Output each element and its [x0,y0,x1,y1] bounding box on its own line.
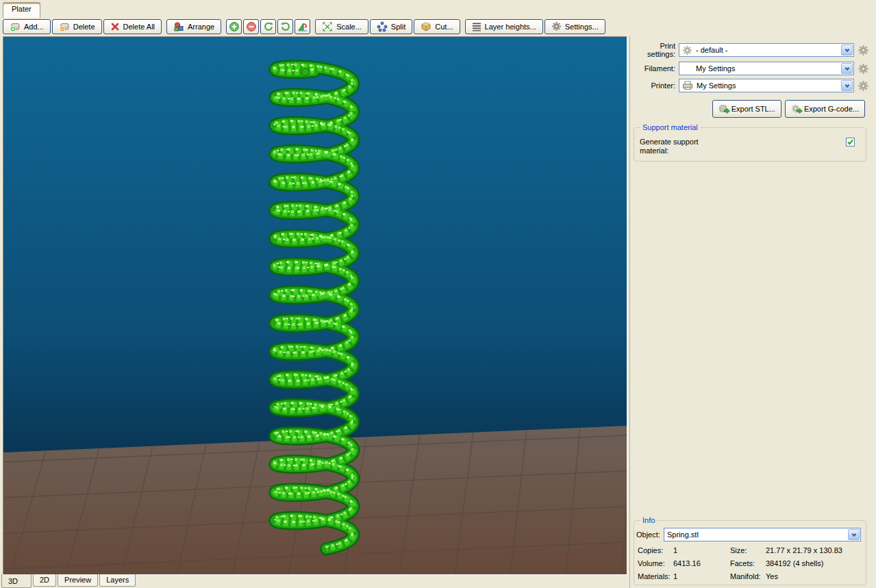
split-button[interactable]: Split [370,19,412,34]
add-button[interactable]: Add... [3,19,51,34]
size-value: 21.77 x 21.79 x 130.83 [766,546,862,554]
settings-panel: Print settings: - default - Filament: [629,36,876,588]
print-settings-combo[interactable]: - default - [679,43,854,57]
add-label: Add... [24,23,44,31]
print-settings-gear-button[interactable] [856,43,870,57]
box-minus-icon [59,21,70,32]
gear-icon [682,45,692,55]
rotate-ccw-button[interactable] [260,19,276,34]
split-dots-icon [377,21,388,32]
slic3r-plater-window: Plater Add... Delete Del [0,0,876,588]
export-gcode-label: Export G-code... [804,105,859,113]
mirror-button[interactable] [295,19,310,34]
gear-icon [858,80,869,92]
volume-label: Volume: [638,559,673,567]
3d-scene [3,37,627,574]
print-settings-label: Print settings: [632,42,679,58]
layers-icon [472,22,481,31]
filament-label: Filament: [632,64,679,73]
3d-viewport[interactable] [3,36,627,575]
cut-label: Cut... [435,23,453,31]
scale-label: Scale... [336,23,362,31]
tab-plater[interactable]: Plater [3,2,40,18]
cut-button[interactable]: Cut... [414,19,460,34]
delete-all-label: Delete All [123,23,155,31]
printer-value: My Settings [693,81,853,90]
object-value: Spring.stl [667,531,699,539]
tab-layers[interactable]: Layers [99,574,136,587]
layer-heights-button[interactable]: Layer heights... [465,19,543,34]
export-stl-icon [718,104,730,114]
settings-label: Settings... [565,23,599,31]
object-label: Object: [636,531,664,539]
manifold-label: Manifold: [730,572,766,580]
facets-label: Facets: [730,559,766,567]
object-combo[interactable]: Spring.stl [664,528,861,541]
support-material-title: Support material [640,123,700,131]
spring-end-nub [302,68,310,76]
facets-value: 384192 (4 shells) [766,559,862,567]
gear-icon [551,21,562,31]
info-grid: Copies: 1 Size: 21.77 x 21.79 x 130.83 V… [636,546,862,580]
volume-value: 6413.16 [673,559,730,567]
mirror-icon [297,21,308,32]
delete-label: Delete [73,23,95,31]
plus-circle-icon [229,21,240,32]
export-gcode-button[interactable]: Export G-code... [785,100,865,118]
scale-button[interactable]: Scale... [315,19,368,34]
manifold-value: Yes [766,572,862,580]
printer-gear-button[interactable] [856,79,870,92]
delete-all-button[interactable]: Delete All [103,19,162,34]
printer-icon [682,81,693,90]
print-settings-value: - default - [692,46,853,54]
delete-button[interactable]: Delete [52,19,102,34]
materials-label: Materials: [638,572,673,580]
split-label: Split [391,23,405,31]
info-title: Info [640,516,657,524]
settings-button[interactable]: Settings... [545,19,605,34]
more-copies-button[interactable] [226,19,242,34]
minus-circle-icon [246,21,257,32]
chevron-down-icon[interactable] [848,529,860,540]
printer-combo[interactable]: My Settings [679,79,854,92]
rotate-ccw-icon [263,21,274,32]
chevron-down-icon[interactable] [841,80,853,91]
support-material-groupbox: Support material Generate support materi… [634,127,866,162]
check-icon [847,138,854,146]
tab-2d[interactable]: 2D [33,574,56,587]
chevron-down-icon[interactable] [841,63,853,74]
export-stl-button[interactable]: Export STL... [712,100,781,118]
size-label: Size: [730,546,766,554]
rotate-cw-button[interactable] [277,19,293,34]
fewer-copies-button[interactable] [243,19,259,34]
copies-label: Copies: [638,546,673,554]
info-groupbox: Info Object: Spring.stl Copies: 1 Size: … [634,520,866,585]
cut-box-icon [421,21,431,32]
filament-combo[interactable]: My Settings [679,62,854,75]
arrange-cubes-icon [173,21,184,32]
top-tab-strip: Plater [0,0,876,18]
copies-value: 1 [673,546,730,554]
layer-heights-label: Layer heights... [485,23,536,31]
box-plus-icon [10,21,21,32]
tab-preview[interactable]: Preview [58,574,98,587]
export-stl-label: Export STL... [731,105,775,113]
tab-3d[interactable]: 3D [1,574,32,588]
arrange-button[interactable]: Arrange [166,19,221,34]
rotate-cw-icon [280,21,291,32]
view-tab-bar: 3D 2D Preview Layers [1,574,136,588]
chevron-down-icon[interactable] [841,44,853,55]
export-gcode-icon [791,104,803,114]
toolbar: Add... Delete Delete All Arrange [0,18,876,35]
generate-support-checkbox[interactable] [846,138,855,146]
gear-icon [858,63,869,75]
red-cross-icon [110,22,120,31]
generate-support-label: Generate support material: [640,138,729,155]
filament-value: My Settings [696,64,853,73]
materials-value: 1 [673,572,730,580]
gear-icon [858,44,869,56]
scale-arrows-icon [322,21,333,32]
printer-label: Printer: [632,81,679,90]
filament-gear-button[interactable] [856,62,870,75]
arrange-label: Arrange [188,23,214,31]
